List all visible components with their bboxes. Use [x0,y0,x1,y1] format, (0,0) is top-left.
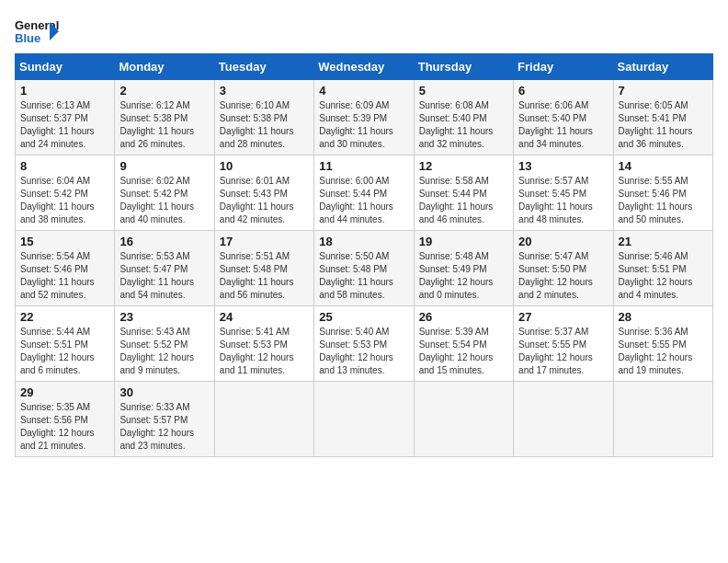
day-number: 3 [220,84,309,98]
calendar-cell: 8Sunrise: 6:04 AM Sunset: 5:42 PM Daylig… [16,155,115,231]
calendar-cell: 13Sunrise: 5:57 AM Sunset: 5:45 PM Dayli… [514,155,613,231]
day-number: 27 [518,310,608,324]
calendar-cell: 6Sunrise: 6:06 AM Sunset: 5:40 PM Daylig… [514,80,613,155]
day-number: 20 [518,235,608,248]
calendar-week-row: 29Sunrise: 5:35 AM Sunset: 5:56 PM Dayli… [16,382,713,457]
day-info: Sunrise: 5:44 AM Sunset: 5:51 PM Dayligh… [20,326,109,377]
day-number: 6 [518,84,608,98]
calendar-cell: 17Sunrise: 5:51 AM Sunset: 5:48 PM Dayli… [214,231,313,306]
day-info: Sunrise: 5:36 AM Sunset: 5:55 PM Dayligh… [619,326,708,377]
day-info: Sunrise: 5:47 AM Sunset: 5:50 PM Dayligh… [518,250,608,302]
day-number: 16 [119,235,209,248]
day-info: Sunrise: 5:51 AM Sunset: 5:48 PM Dayligh… [220,250,309,302]
calendar-day-header: Wednesday [314,54,414,80]
day-info: Sunrise: 5:58 AM Sunset: 5:44 PM Dayligh… [419,175,508,226]
day-info: Sunrise: 6:00 AM Sunset: 5:44 PM Dayligh… [319,175,408,226]
calendar-week-row: 22Sunrise: 5:44 AM Sunset: 5:51 PM Dayli… [16,306,713,382]
day-info: Sunrise: 5:33 AM Sunset: 5:57 PM Dayligh… [119,401,209,453]
calendar-day-header: Sunday [16,54,115,80]
calendar-cell: 15Sunrise: 5:54 AM Sunset: 5:46 PM Dayli… [16,231,115,306]
logo-icon: General Blue [15,15,59,48]
day-info: Sunrise: 5:43 AM Sunset: 5:52 PM Dayligh… [119,326,209,377]
page-header: General Blue [15,15,713,48]
calendar-cell: 29Sunrise: 5:35 AM Sunset: 5:56 PM Dayli… [16,382,115,457]
calendar-day-header: Thursday [414,54,513,80]
day-number: 15 [20,235,109,248]
day-number: 22 [20,310,109,324]
day-number: 7 [619,84,708,98]
day-info: Sunrise: 5:46 AM Sunset: 5:51 PM Dayligh… [619,250,708,302]
calendar-cell: 12Sunrise: 5:58 AM Sunset: 5:44 PM Dayli… [414,155,513,231]
day-info: Sunrise: 6:01 AM Sunset: 5:43 PM Dayligh… [220,175,309,226]
calendar-day-header: Tuesday [214,54,313,80]
calendar-week-row: 15Sunrise: 5:54 AM Sunset: 5:46 PM Dayli… [16,231,713,306]
day-number: 24 [220,310,309,324]
calendar-cell: 27Sunrise: 5:37 AM Sunset: 5:55 PM Dayli… [514,306,613,382]
day-number: 28 [619,310,708,324]
day-info: Sunrise: 5:54 AM Sunset: 5:46 PM Dayligh… [20,250,109,302]
calendar-cell [514,382,613,457]
calendar-cell: 3Sunrise: 6:10 AM Sunset: 5:38 PM Daylig… [214,80,313,155]
calendar-cell: 2Sunrise: 6:12 AM Sunset: 5:38 PM Daylig… [115,80,214,155]
day-info: Sunrise: 5:35 AM Sunset: 5:56 PM Dayligh… [20,401,109,453]
day-info: Sunrise: 6:08 AM Sunset: 5:40 PM Dayligh… [419,99,508,151]
day-info: Sunrise: 6:09 AM Sunset: 5:39 PM Dayligh… [319,99,408,151]
day-number: 25 [319,310,408,324]
calendar-cell: 10Sunrise: 6:01 AM Sunset: 5:43 PM Dayli… [214,155,313,231]
calendar-cell: 21Sunrise: 5:46 AM Sunset: 5:51 PM Dayli… [613,231,712,306]
calendar-cell [414,382,513,457]
day-info: Sunrise: 5:41 AM Sunset: 5:53 PM Dayligh… [220,326,309,377]
day-number: 30 [119,385,209,399]
day-info: Sunrise: 5:55 AM Sunset: 5:46 PM Dayligh… [619,175,708,226]
day-number: 1 [20,84,109,98]
day-number: 11 [319,159,408,173]
calendar-day-header: Monday [115,54,214,80]
calendar-week-row: 1Sunrise: 6:13 AM Sunset: 5:37 PM Daylig… [16,80,713,155]
calendar-cell: 4Sunrise: 6:09 AM Sunset: 5:39 PM Daylig… [314,80,414,155]
calendar-cell: 7Sunrise: 6:05 AM Sunset: 5:41 PM Daylig… [613,80,712,155]
calendar-cell: 20Sunrise: 5:47 AM Sunset: 5:50 PM Dayli… [514,231,613,306]
day-info: Sunrise: 5:40 AM Sunset: 5:53 PM Dayligh… [319,326,408,377]
calendar-cell: 26Sunrise: 5:39 AM Sunset: 5:54 PM Dayli… [414,306,513,382]
day-info: Sunrise: 5:48 AM Sunset: 5:49 PM Dayligh… [419,250,508,302]
calendar-week-row: 8Sunrise: 6:04 AM Sunset: 5:42 PM Daylig… [16,155,713,231]
day-info: Sunrise: 6:06 AM Sunset: 5:40 PM Dayligh… [518,99,608,151]
day-info: Sunrise: 6:10 AM Sunset: 5:38 PM Dayligh… [220,99,309,151]
day-number: 29 [20,385,109,399]
calendar-cell: 23Sunrise: 5:43 AM Sunset: 5:52 PM Dayli… [115,306,214,382]
day-number: 12 [419,159,508,173]
day-number: 4 [319,84,408,98]
day-number: 21 [619,235,708,248]
day-number: 17 [220,235,309,248]
calendar-cell: 14Sunrise: 5:55 AM Sunset: 5:46 PM Dayli… [613,155,712,231]
calendar-cell: 24Sunrise: 5:41 AM Sunset: 5:53 PM Dayli… [214,306,313,382]
day-info: Sunrise: 6:05 AM Sunset: 5:41 PM Dayligh… [619,99,708,151]
day-number: 18 [319,235,408,248]
day-number: 13 [518,159,608,173]
svg-text:Blue: Blue [15,31,40,45]
day-info: Sunrise: 5:53 AM Sunset: 5:47 PM Dayligh… [119,250,209,302]
day-number: 9 [119,159,209,173]
day-number: 10 [220,159,309,173]
calendar-cell: 18Sunrise: 5:50 AM Sunset: 5:48 PM Dayli… [314,231,414,306]
calendar-cell [613,382,712,457]
calendar-cell: 28Sunrise: 5:36 AM Sunset: 5:55 PM Dayli… [613,306,712,382]
calendar-cell: 19Sunrise: 5:48 AM Sunset: 5:49 PM Dayli… [414,231,513,306]
calendar-cell [214,382,313,457]
calendar-day-header: Friday [514,54,613,80]
calendar-table: SundayMondayTuesdayWednesdayThursdayFrid… [15,53,713,457]
day-number: 23 [119,310,209,324]
logo: General Blue [15,15,59,48]
day-number: 19 [419,235,508,248]
day-info: Sunrise: 6:13 AM Sunset: 5:37 PM Dayligh… [20,99,109,151]
day-info: Sunrise: 6:12 AM Sunset: 5:38 PM Dayligh… [119,99,209,151]
day-info: Sunrise: 6:04 AM Sunset: 5:42 PM Dayligh… [20,175,109,226]
calendar-header-row: SundayMondayTuesdayWednesdayThursdayFrid… [16,54,713,80]
day-info: Sunrise: 5:50 AM Sunset: 5:48 PM Dayligh… [319,250,408,302]
day-info: Sunrise: 5:57 AM Sunset: 5:45 PM Dayligh… [518,175,608,226]
day-number: 14 [619,159,708,173]
calendar-cell: 22Sunrise: 5:44 AM Sunset: 5:51 PM Dayli… [16,306,115,382]
calendar-cell [314,382,414,457]
calendar-cell: 30Sunrise: 5:33 AM Sunset: 5:57 PM Dayli… [115,382,214,457]
day-info: Sunrise: 5:37 AM Sunset: 5:55 PM Dayligh… [518,326,608,377]
